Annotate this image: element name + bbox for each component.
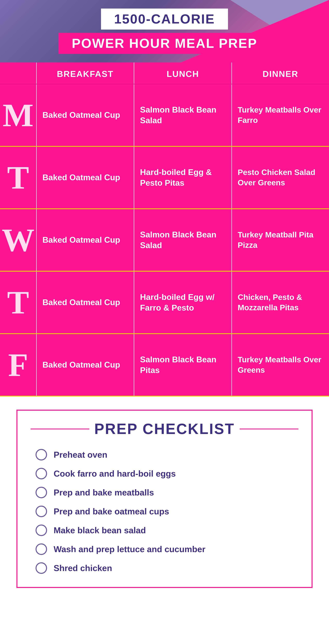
dinner-text-2: Turkey Meatball Pita Pizza (238, 230, 323, 250)
check-circle-2[interactable] (36, 487, 47, 498)
check-circle-4[interactable] (36, 524, 47, 536)
check-label-5: Wash and prep lettuce and cucumber (54, 544, 205, 554)
day-row-0: M Baked Oatmeal Cup Salmon Black Bean Sa… (0, 84, 329, 147)
meal-plan-section: BREAKFAST LUNCH DINNER M Baked Oatmeal C… (0, 62, 329, 396)
day-letter-1: T (7, 161, 29, 194)
header-section: 1500-CALORIE POWER HOUR MEAL PREP (0, 0, 329, 62)
lunch-cell-3: Hard-boiled Egg w/ Farro & Pesto (134, 272, 231, 333)
check-label-3: Prep and bake oatmeal cups (54, 506, 169, 516)
day-letter-cell-1: T (0, 147, 36, 208)
checklist-item-0[interactable]: Preheat oven (36, 449, 298, 460)
page-wrapper: 1500-CALORIE POWER HOUR MEAL PREP BREAKF… (0, 0, 329, 644)
check-label-4: Make black bean salad (54, 525, 146, 535)
check-label-2: Prep and bake meatballs (54, 488, 154, 498)
lunch-cell-0: Salmon Black Bean Salad (134, 84, 231, 146)
day-row-1: T Baked Oatmeal Cup Hard-boiled Egg & Pe… (0, 147, 329, 209)
check-circle-0[interactable] (36, 449, 47, 460)
dinner-cell-0: Turkey Meatballs Over Farro (231, 84, 329, 146)
checklist-item-2[interactable]: Prep and bake meatballs (36, 487, 298, 498)
day-row-3: T Baked Oatmeal Cup Hard-boiled Egg w/ F… (0, 272, 329, 334)
day-rows-container: M Baked Oatmeal Cup Salmon Black Bean Sa… (0, 84, 329, 396)
breakfast-text-0: Baked Oatmeal Cup (43, 110, 120, 120)
breakfast-cell-2: Baked Oatmeal Cup (36, 209, 134, 271)
lunch-text-0: Salmon Black Bean Salad (140, 104, 225, 126)
breakfast-text-2: Baked Oatmeal Cup (43, 235, 120, 245)
lunch-cell-2: Salmon Black Bean Salad (134, 209, 231, 271)
checklist-items: Preheat oven Cook farro and hard-boil eg… (31, 449, 298, 574)
breakfast-text-3: Baked Oatmeal Cup (43, 297, 120, 308)
check-circle-3[interactable] (36, 506, 47, 517)
lunch-text-1: Hard-boiled Egg & Pesto Pitas (140, 167, 225, 188)
col-header-dinner: DINNER (231, 62, 329, 84)
lunch-text-2: Salmon Black Bean Salad (140, 230, 225, 251)
day-row-2: W Baked Oatmeal Cup Salmon Black Bean Sa… (0, 209, 329, 272)
day-letter-cell-4: F (0, 334, 36, 396)
day-letter-4: F (8, 348, 28, 382)
dinner-cell-2: Turkey Meatball Pita Pizza (231, 209, 329, 271)
day-letter-cell-3: T (0, 272, 36, 333)
checklist-box: PREP CHECKLIST Preheat oven Cook farro a… (17, 410, 312, 588)
check-circle-6[interactable] (36, 562, 47, 574)
col-spacer (0, 62, 36, 84)
breakfast-cell-4: Baked Oatmeal Cup (36, 334, 134, 396)
checklist-section: PREP CHECKLIST Preheat oven Cook farro a… (0, 396, 329, 604)
breakfast-cell-0: Baked Oatmeal Cup (36, 84, 134, 146)
breakfast-cell-1: Baked Oatmeal Cup (36, 147, 134, 208)
checklist-item-6[interactable]: Shred chicken (36, 562, 298, 574)
day-letter-2: W (2, 224, 35, 256)
col-header-breakfast: BREAKFAST (36, 62, 134, 84)
dinner-text-4: Turkey Meatballs Over Greens (238, 354, 323, 375)
check-circle-1[interactable] (36, 468, 47, 479)
breakfast-text-1: Baked Oatmeal Cup (43, 172, 120, 183)
check-label-0: Preheat oven (54, 450, 107, 460)
title-box-top: 1500-CALORIE (101, 8, 228, 30)
day-letter-3: T (7, 286, 29, 319)
breakfast-text-4: Baked Oatmeal Cup (43, 360, 120, 370)
checklist-line-right (240, 428, 298, 430)
title-line1: 1500-CALORIE (114, 12, 215, 26)
dinner-text-0: Turkey Meatballs Over Farro (238, 105, 323, 126)
day-letter-0: M (3, 99, 34, 132)
checklist-item-1[interactable]: Cook farro and hard-boil eggs (36, 468, 298, 479)
col-header-lunch: LUNCH (134, 62, 231, 84)
lunch-cell-4: Salmon Black Bean Pitas (134, 334, 231, 396)
check-label-6: Shred chicken (54, 563, 112, 573)
dinner-cell-3: Chicken, Pesto & Mozzarella Pitas (231, 272, 329, 333)
dinner-text-3: Chicken, Pesto & Mozzarella Pitas (238, 292, 323, 313)
checklist-item-5[interactable]: Wash and prep lettuce and cucumber (36, 544, 298, 555)
checklist-line-left (31, 428, 89, 430)
checklist-item-4[interactable]: Make black bean salad (36, 524, 298, 536)
header-content: 1500-CALORIE POWER HOUR MEAL PREP (0, 0, 329, 62)
day-row-4: F Baked Oatmeal Cup Salmon Black Bean Pi… (0, 334, 329, 396)
title-line2: POWER HOUR MEAL PREP (72, 36, 257, 50)
check-circle-5[interactable] (36, 544, 47, 555)
checklist-item-3[interactable]: Prep and bake oatmeal cups (36, 506, 298, 517)
lunch-text-3: Hard-boiled Egg w/ Farro & Pesto (140, 292, 225, 313)
day-letter-cell-0: M (0, 84, 36, 146)
check-label-1: Cook farro and hard-boil eggs (54, 469, 176, 478)
checklist-title: PREP CHECKLIST (94, 420, 235, 438)
dinner-cell-1: Pesto Chicken Salad Over Greens (231, 147, 329, 208)
title-box-bottom: POWER HOUR MEAL PREP (59, 33, 270, 54)
dinner-text-1: Pesto Chicken Salad Over Greens (238, 167, 323, 188)
lunch-text-4: Salmon Black Bean Pitas (140, 354, 225, 376)
day-letter-cell-2: W (0, 209, 36, 271)
breakfast-cell-3: Baked Oatmeal Cup (36, 272, 134, 333)
column-headers: BREAKFAST LUNCH DINNER (0, 62, 329, 84)
dinner-cell-4: Turkey Meatballs Over Greens (231, 334, 329, 396)
lunch-cell-1: Hard-boiled Egg & Pesto Pitas (134, 147, 231, 208)
checklist-title-wrapper: PREP CHECKLIST (31, 420, 298, 438)
